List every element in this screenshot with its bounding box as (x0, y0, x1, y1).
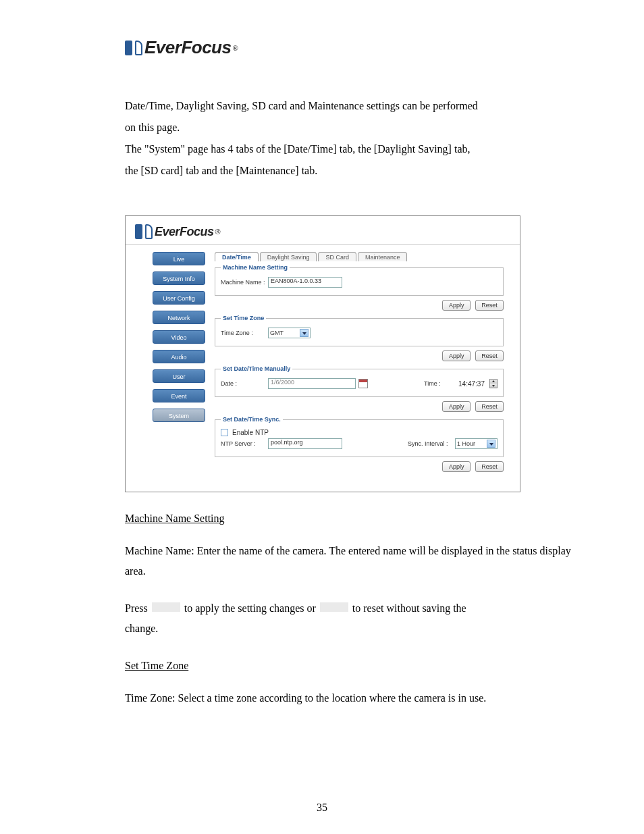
apply-button[interactable]: Apply (442, 350, 471, 361)
timezone-fieldset: Set Time Zone Time Zone : GMT (215, 315, 504, 346)
intro-text: Date/Time, Daylight Saving, SD card and … (125, 95, 580, 182)
tab-sd-card[interactable]: SD Card (318, 252, 356, 261)
ntp-server-label: NTP Server : (221, 440, 268, 447)
sidebar-item-system[interactable]: System (153, 409, 205, 422)
intro-line: on this page. (125, 117, 580, 138)
sync-interval-value: 1 Hour (457, 440, 484, 447)
timezone-paragraph: Time Zone: Select a time zone according … (125, 688, 580, 708)
apply-button[interactable]: Apply (442, 401, 471, 412)
apply-button[interactable]: Apply (442, 461, 471, 472)
registered-mark: ® (215, 228, 221, 236)
manual-datetime-fieldset: Set Date/Time Manually Date : 1/6/2000 T… (215, 365, 504, 397)
machine-name-legend: Machine Name Setting (221, 264, 290, 271)
tab-maintenance[interactable]: Maintenance (358, 252, 408, 261)
section-heading-machine-name: Machine Name Setting (125, 513, 580, 525)
text-fragment: Press (125, 602, 148, 614)
chevron-down-icon (487, 440, 495, 448)
text-fragment: to reset without saving the (352, 602, 466, 614)
timezone-value: GMT (270, 330, 297, 336)
sidebar-item-event[interactable]: Event (153, 389, 205, 402)
reset-button[interactable]: Reset (475, 350, 504, 361)
sidebar-item-system-info[interactable]: System Info (153, 271, 205, 285)
tab-daylight-saving[interactable]: Daylight Saving (260, 252, 317, 261)
tab-datetime[interactable]: Date/Time (215, 252, 259, 261)
brand-name: EverFocus (144, 37, 231, 58)
brand-name: EverFocus (155, 225, 214, 239)
everfocus-logo-icon (135, 223, 153, 240)
registered-mark: ® (232, 44, 238, 52)
apply-button-placeholder (152, 602, 180, 612)
chevron-down-icon (300, 329, 308, 337)
text-fragment: to apply the setting changes or (184, 602, 316, 614)
date-label: Date : (221, 380, 268, 387)
sync-interval-label: Sync. Interval : (408, 440, 455, 447)
timezone-legend: Set Time Zone (221, 315, 266, 321)
apply-button[interactable]: Apply (442, 300, 471, 311)
sidebar-nav: Live System Info User Config Network Vid… (153, 252, 205, 476)
intro-line: the [SD card] tab and the [Maintenance] … (125, 160, 580, 182)
sidebar-item-user[interactable]: User (153, 369, 205, 383)
enable-ntp-checkbox[interactable] (221, 429, 228, 436)
timezone-select[interactable]: GMT (268, 328, 311, 338)
ntp-server-input[interactable]: pool.ntp.org (268, 438, 342, 449)
sidebar-item-audio[interactable]: Audio (153, 350, 205, 363)
machine-name-fieldset: Machine Name Setting Machine Name : EAN8… (215, 264, 504, 296)
reset-button-placeholder (320, 602, 348, 612)
machine-name-input[interactable]: EAN800A-1.0.0.33 (268, 277, 342, 288)
tab-bar: Date/Time Daylight Saving SD Card Mainte… (215, 252, 510, 261)
section-heading-timezone: Set Time Zone (125, 660, 580, 672)
reset-button[interactable]: Reset (475, 461, 504, 472)
manual-legend: Set Date/Time Manually (221, 365, 292, 372)
time-spinner[interactable] (489, 379, 498, 388)
reset-button[interactable]: Reset (475, 401, 504, 412)
text-fragment: change. (125, 623, 158, 634)
machine-name-paragraph: Machine Name: Enter the name of the came… (125, 541, 580, 582)
page-header-logo: EverFocus ® (125, 37, 580, 58)
timezone-label: Time Zone : (221, 330, 268, 336)
sidebar-item-network[interactable]: Network (153, 311, 205, 324)
time-value[interactable]: 14:47:37 (451, 380, 485, 388)
press-apply-reset-paragraph: Press to apply the setting changes or to… (125, 598, 580, 640)
sync-legend: Set Date/Time Sync. (221, 416, 283, 423)
everfocus-logo-icon (125, 39, 142, 57)
enable-ntp-label: Enable NTP (232, 429, 269, 436)
sidebar-item-video[interactable]: Video (153, 330, 205, 344)
intro-line: Date/Time, Daylight Saving, SD card and … (125, 95, 580, 117)
sync-fieldset: Set Date/Time Sync. Enable NTP NTP Serve… (215, 416, 504, 457)
time-label: Time : (424, 380, 451, 387)
calendar-icon[interactable] (358, 379, 368, 388)
sync-interval-select[interactable]: 1 Hour (455, 438, 498, 449)
date-input[interactable]: 1/6/2000 (268, 378, 356, 389)
system-page-screenshot: EverFocus ® Live System Info User Config… (125, 215, 520, 492)
chevron-down-icon (490, 384, 497, 388)
intro-line: The "System" page has 4 tabs of the [Dat… (125, 138, 580, 160)
app-logo-bar: EverFocus ® (126, 216, 520, 245)
machine-name-label: Machine Name : (221, 279, 268, 286)
sidebar-item-live[interactable]: Live (153, 252, 205, 265)
sidebar-item-user-config[interactable]: User Config (153, 291, 205, 305)
page-number: 35 (0, 802, 644, 814)
reset-button[interactable]: Reset (475, 300, 504, 311)
